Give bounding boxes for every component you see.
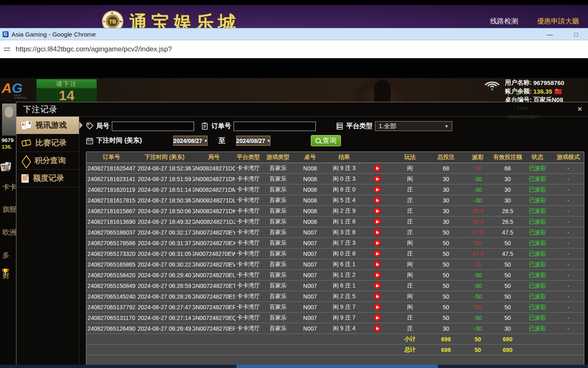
replay-button[interactable] <box>374 304 381 310</box>
sidebar-tab-3[interactable]: 额度记录 <box>16 170 79 187</box>
scrollbar-thumb[interactable] <box>236 365 438 368</box>
date-to-picker[interactable]: 2024/08/27▼ <box>236 136 271 146</box>
sidebar-tab-1[interactable]: 比赛记录 <box>16 134 79 152</box>
cell-table_no: N007 <box>294 313 326 323</box>
cell-round: GN007248270ET <box>192 281 235 291</box>
column-header-5: 桌号 <box>294 152 326 163</box>
cell-status: 已派彩 <box>523 313 552 323</box>
cell-game: 百家乐 <box>262 313 294 323</box>
cell-order: 240827065126490 <box>86 323 137 334</box>
url-text[interactable]: https://gci.l842tbgc.com/agingame/pcv2/i… <box>16 45 172 53</box>
cell-bet: 50 <box>428 313 463 323</box>
replay-button[interactable] <box>374 271 381 278</box>
replay-button[interactable] <box>374 325 381 332</box>
sidebar-tab-0[interactable]: K♥9视讯游戏 <box>16 117 79 134</box>
order-number-input[interactable] <box>234 122 316 131</box>
url-bar[interactable]: https://gci.l842tbgc.com/agingame/pcv2/i… <box>0 40 588 58</box>
cell-time: 2024-08-27 18:50:36 <box>137 195 192 205</box>
cell-mode: - <box>552 206 585 216</box>
replay-cell <box>363 238 391 248</box>
replay-button[interactable] <box>374 218 381 225</box>
cell-round: GN008248271DM <box>192 184 235 195</box>
username-value: 967958760 <box>533 79 564 86</box>
replay-button[interactable] <box>374 239 381 246</box>
search-button[interactable]: 查询 <box>311 135 341 146</box>
sidebar-tab-label: 视讯游戏 <box>35 120 67 131</box>
banner-link-0[interactable]: 线路检测 <box>490 16 518 26</box>
replay-button[interactable] <box>374 197 381 204</box>
sidebar-divider <box>79 117 79 366</box>
cell-round: GN007248270EU <box>192 270 235 280</box>
table-row: 2408270651264902024-08-27 06:26:49GN0072… <box>86 323 584 334</box>
maximize-button[interactable]: □ <box>572 31 581 38</box>
cell-order: 240827181623141 <box>86 174 137 184</box>
replay-cell <box>363 323 391 334</box>
sidebar-tab-2[interactable]: 积分查询 <box>16 152 79 170</box>
bet-records-table: 订单号下注时间 (美东)局号平台类型游戏类型桌号结果玩法总投注派彩有效投注额状态… <box>86 152 584 365</box>
order-number-label: 订单号 <box>211 122 231 131</box>
cell-status: 已派彩 <box>523 281 552 291</box>
replay-button[interactable] <box>374 250 381 257</box>
cell-mode: - <box>552 291 585 301</box>
cell-bet: 30 <box>428 216 463 227</box>
banner-link-1[interactable]: 優惠申請大廳 <box>537 16 579 26</box>
cell-valid: 47.5 <box>492 248 523 259</box>
cell-status: 已派彩 <box>523 184 552 195</box>
cell-platform: 卡卡湾厅 <box>235 174 262 184</box>
screen: ♥♥♦♣ TB 通宝娱乐城 线路检测優惠申請大廳 G Asia Gaming -… <box>0 0 588 368</box>
diamond-icon <box>21 157 30 164</box>
replay-button[interactable] <box>374 293 381 300</box>
replay-cell <box>363 259 391 269</box>
bet-countdown-box: 请下注 14 <box>36 79 97 102</box>
cell-bet: 50 <box>428 302 463 312</box>
cell-valid: 30 <box>492 323 523 334</box>
currency-flag-icon <box>555 89 562 94</box>
ag-logo: AG ASIA GAMING <box>0 81 32 99</box>
close-icon[interactable]: × <box>577 105 582 113</box>
cell-play: 庄 <box>391 206 428 216</box>
cell-result: 闲 6 庄 1 <box>326 259 363 269</box>
cell-result: 闲 0 庄 8 <box>326 248 363 259</box>
poker-chip-icon: ♥♥♦♣ TB <box>102 11 123 28</box>
cell-round: GN007248270EP <box>192 323 235 334</box>
cell-order: 240827181615867 <box>86 206 137 216</box>
cell-bet: 50 <box>428 281 463 291</box>
cell-play: 闲 <box>391 163 428 173</box>
replay-button[interactable] <box>374 175 381 182</box>
platform-type-icon <box>336 122 344 130</box>
magnifier-icon <box>315 138 321 143</box>
horizontal-scrollbar[interactable] <box>0 365 588 368</box>
platform-type-label: 平台类型 <box>346 122 373 131</box>
replay-button[interactable] <box>374 314 381 321</box>
replay-button[interactable] <box>374 229 381 236</box>
cell-game: 百家乐 <box>262 238 294 248</box>
replay-button[interactable] <box>374 207 381 214</box>
cell-table_no: N007 <box>294 238 326 248</box>
round-number-input[interactable] <box>112 122 194 131</box>
cell-play: 闲 <box>391 174 428 184</box>
replay-button[interactable] <box>374 165 381 172</box>
top-black-bar <box>0 0 588 5</box>
total-row-cell-bet: 698 <box>428 345 463 355</box>
platform-type-select[interactable]: 1.全部 ▼ <box>375 121 452 131</box>
cell-valid: 30 <box>492 174 523 184</box>
cell-time: 2024-08-27 18:50:06 <box>137 206 192 216</box>
cell-payout: -50 <box>463 281 492 291</box>
replay-cell <box>363 227 391 237</box>
replay-button[interactable] <box>374 186 381 193</box>
date-from-picker[interactable]: 2024/08/27▼ <box>173 136 208 146</box>
cell-table_no: N007 <box>294 323 326 334</box>
live-game-strip: AG ASIA GAMING 请下注 14 <box>0 78 588 102</box>
cell-mode: - <box>552 281 585 291</box>
cell-result: 闲 0 庄 3 <box>326 174 363 184</box>
site-permissions-icon[interactable] <box>3 46 11 52</box>
cell-payout: -30 <box>463 174 492 184</box>
cell-bet: 68 <box>428 163 463 173</box>
subtotal-row-cell-bet: 698 <box>428 334 463 344</box>
table-row: 2408271816201192024-08-27 18:51:14GN0082… <box>86 184 584 195</box>
minimize-button[interactable]: — <box>545 31 554 38</box>
rank-row: 1 <box>507 90 519 97</box>
cell-mode: - <box>552 270 585 280</box>
replay-button[interactable] <box>374 282 381 289</box>
replay-button[interactable] <box>374 261 381 268</box>
